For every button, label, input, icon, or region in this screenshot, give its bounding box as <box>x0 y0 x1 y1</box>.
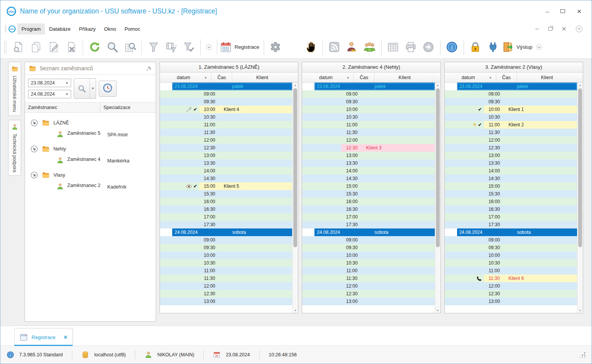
client-cell[interactable] <box>362 121 434 129</box>
client-cell[interactable] <box>220 236 292 244</box>
client-cell[interactable] <box>220 136 292 144</box>
time-slot-row[interactable]: 14:30 <box>445 175 577 182</box>
time-slot-row[interactable]: 09:30 <box>445 244 577 251</box>
time-slot-row[interactable]: 12:00 <box>445 282 577 290</box>
scrollbar-thumb[interactable] <box>578 88 582 247</box>
client-cell[interactable] <box>362 198 434 205</box>
client-column-header[interactable]: Klient <box>517 73 577 82</box>
client-cell[interactable] <box>220 221 292 228</box>
menu-item-příkazy[interactable]: Příkazy <box>75 23 100 35</box>
client-cell[interactable] <box>505 90 577 98</box>
time-slot-row[interactable]: 09:00 <box>160 90 292 98</box>
time-slot-row[interactable]: 14:00 <box>445 167 577 175</box>
time-column-header[interactable]: Čas <box>211 73 232 82</box>
tree-employee-row[interactable]: Zaměstnanec 2Kadeřník <box>25 182 156 195</box>
client-cell[interactable] <box>220 175 292 182</box>
date-column-header[interactable]: datum▲ <box>445 73 496 82</box>
time-slot-row[interactable]: 13:00 <box>160 152 292 159</box>
client-cell[interactable] <box>362 175 434 182</box>
time-slot-row[interactable]: 12:00 <box>160 282 292 290</box>
time-slot-row[interactable]: 11:00 <box>160 267 292 275</box>
time-slot-row[interactable]: 10:30 <box>302 113 434 121</box>
settings-gear-button[interactable] <box>267 38 284 57</box>
minimize-button[interactable]: – <box>546 8 549 14</box>
client-cell[interactable] <box>505 259 577 267</box>
plug-button[interactable] <box>484 38 502 57</box>
client-cell[interactable] <box>220 152 292 159</box>
client-column-header[interactable]: Klient <box>374 73 434 82</box>
tab-close-icon[interactable]: ✕ <box>63 334 68 340</box>
time-slot-row[interactable]: 12:30 <box>302 290 434 298</box>
time-slot-row[interactable]: 13:00 <box>302 152 434 159</box>
client-cell[interactable] <box>220 267 292 275</box>
client-cell[interactable] <box>505 267 577 275</box>
close-button[interactable]: ✕ <box>577 8 582 14</box>
time-slot-row[interactable]: 15:00 <box>302 182 434 190</box>
client-cell[interactable] <box>362 298 434 305</box>
scroll-down-icon[interactable]: ▼ <box>577 309 583 312</box>
date-header-row[interactable]: 23.08.2024pátek <box>160 83 292 90</box>
search-options-dropdown[interactable]: ▼ <box>90 79 96 98</box>
schedule-time-button[interactable] <box>99 81 116 97</box>
client-cell[interactable] <box>362 205 434 213</box>
scroll-up-icon[interactable]: ▲ <box>293 84 298 86</box>
time-slot-row[interactable]: 14:30 <box>160 175 292 182</box>
client-cell[interactable] <box>505 175 577 182</box>
client-cell[interactable] <box>362 106 434 113</box>
time-slot-row[interactable]: 16:30 <box>302 205 434 213</box>
lock-button[interactable] <box>467 38 484 57</box>
date-header-row[interactable]: 24.08.2024sobota <box>445 228 577 236</box>
time-slot-row[interactable]: 10:00 <box>302 251 434 259</box>
time-slot-row[interactable]: 17:30 <box>302 221 434 228</box>
client-cell[interactable] <box>220 167 292 175</box>
time-slot-row[interactable]: 17:30 <box>445 221 577 228</box>
time-slot-row[interactable]: 10:30 <box>160 259 292 267</box>
delete-record-button[interactable] <box>62 38 80 57</box>
menu-item-databáze[interactable]: Databáze <box>45 23 75 35</box>
time-slot-row[interactable]: ✔10:00Klient 4 <box>160 106 292 113</box>
time-slot-row[interactable]: 15:30 <box>302 190 434 198</box>
filter-columns-button[interactable] <box>162 38 180 57</box>
menu-item-pomoc[interactable]: Pomoc <box>120 23 144 35</box>
client-cell[interactable] <box>505 159 577 167</box>
pin-icon[interactable] <box>146 66 152 71</box>
client-cell[interactable] <box>220 129 292 136</box>
client-cell[interactable] <box>362 213 434 221</box>
time-slot-row[interactable]: 17:00 <box>302 213 434 221</box>
time-slot-row[interactable]: 14:00 <box>160 167 292 175</box>
client-cell[interactable]: Klient 2 <box>505 121 577 129</box>
client-cell[interactable] <box>220 98 292 106</box>
time-slot-row[interactable]: 12:00 <box>302 282 434 290</box>
time-slot-row[interactable]: 17:00 <box>160 213 292 221</box>
time-slot-row[interactable]: 17:00 <box>445 213 577 221</box>
time-slot-row[interactable]: 09:30 <box>445 98 577 106</box>
client-cell[interactable]: Klient 6 <box>505 275 577 282</box>
time-slot-row[interactable]: 15:00 <box>445 182 577 190</box>
client-cell[interactable] <box>505 167 577 175</box>
client-cell[interactable] <box>220 290 292 298</box>
time-slot-row[interactable]: 09:00 <box>302 236 434 244</box>
time-slot-row[interactable]: 09:00 <box>445 236 577 244</box>
time-slot-row[interactable]: 14:00 <box>302 167 434 175</box>
client-cell[interactable] <box>505 98 577 106</box>
client-cell[interactable] <box>505 198 577 205</box>
time-slot-row[interactable]: ✔15:00Klient 5 <box>160 182 292 190</box>
client-cell[interactable] <box>505 152 577 159</box>
client-cell[interactable] <box>362 259 434 267</box>
client-cell[interactable] <box>362 90 434 98</box>
date-header-row[interactable]: 24.08.2024sobota <box>302 228 434 236</box>
search-grid-button[interactable] <box>121 38 139 57</box>
time-slot-row[interactable]: 13:00 <box>445 152 577 159</box>
client-cell[interactable] <box>505 251 577 259</box>
time-slot-row[interactable]: 09:00 <box>160 236 292 244</box>
user-key-button[interactable] <box>343 38 361 57</box>
time-slot-row[interactable]: 11:30 <box>160 129 292 136</box>
client-cell[interactable] <box>362 236 434 244</box>
scroll-up-icon[interactable]: ▲ <box>577 84 583 86</box>
time-slot-row[interactable]: 11:30 <box>445 129 577 136</box>
date-column-header[interactable]: datum▲ <box>302 73 354 82</box>
client-cell[interactable] <box>220 275 292 282</box>
scroll-down-icon[interactable]: ▼ <box>293 309 298 312</box>
client-cell[interactable] <box>220 159 292 167</box>
time-slot-row[interactable]: 10:00 <box>160 251 292 259</box>
